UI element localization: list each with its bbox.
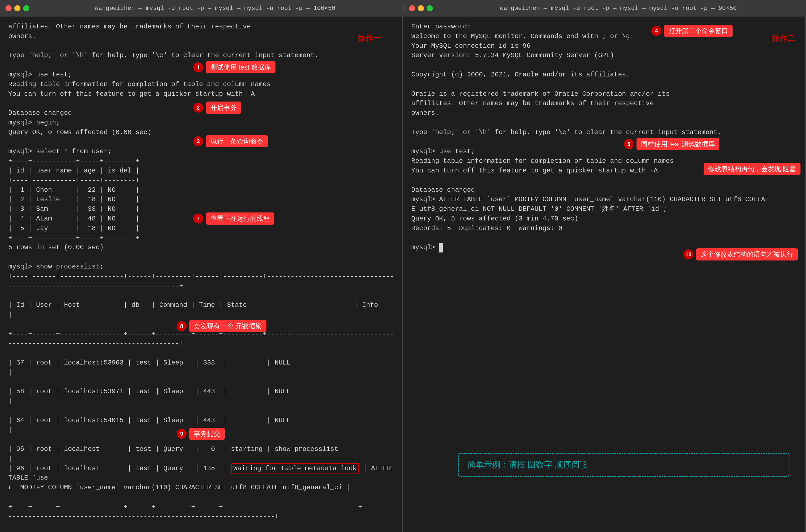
left-line-select: mysql> select * from user; <box>8 147 394 156</box>
left-line-proc-57: | 57 | root | localhost:53963 | test | S… <box>8 358 394 378</box>
left-line-row1: | 1 | Chon | 22 | NO | <box>8 186 394 195</box>
left-line-blank2 <box>8 137 394 147</box>
left-line-row3: | 3 | Sam | 38 | NO | <box>8 205 394 214</box>
right-blank1 <box>411 60 797 70</box>
left-line-table-header: | id | user_name | age | is_del | <box>8 166 394 176</box>
minimize-button[interactable] <box>14 5 20 11</box>
right-line-connid: Your MySQL connection id is 96 <box>411 41 797 51</box>
left-line-row5: | 5 | Jay | 18 | NO | <box>8 224 394 233</box>
left-line-1: affiliates. Other names may be trademark… <box>8 22 394 32</box>
waiting-for-lock-text: Waiting for table metadata lock <box>231 463 359 474</box>
left-line-blank5 <box>8 320 394 329</box>
left-line-reading: Reading table information for completion… <box>8 80 394 90</box>
left-line-table-div: +----+-----------+-----+--------+ <box>8 176 394 186</box>
right-line-oracle2: affiliates. Other names may be trademark… <box>411 99 797 109</box>
left-line-table-top: +----+-----------+-----+--------+ <box>8 156 394 166</box>
right-line-password: Enter password: <box>411 22 797 32</box>
right-line-records: Records: 5 Duplicates: 0 Warnings: 0 <box>411 224 797 233</box>
left-line-processlist: mysql> show processlist; <box>8 262 394 272</box>
left-line-begin: mysql> begin; <box>8 118 394 128</box>
left-line-blank9 <box>8 435 394 444</box>
left-line-blank6 <box>8 348 394 358</box>
left-line-proc-96b: r` MODIFY COLUMN `user_name` varchar(110… <box>8 483 394 493</box>
left-line-proc-div: +----+------+----------------+------+---… <box>8 329 394 349</box>
minimize-button-right[interactable] <box>418 5 424 11</box>
left-line-use: mysql> use test; <box>8 70 394 80</box>
right-line-dbchanged: Database changed <box>411 186 797 195</box>
left-line-2: owners. <box>8 32 394 41</box>
op-one-label: 操作一 <box>358 33 381 43</box>
right-blank3 <box>411 118 797 128</box>
left-line-table-bot: +----+-----------+-----+--------+ <box>8 233 394 243</box>
left-line-proc-64: | 64 | root | localhost:54015 | test | S… <box>8 416 394 435</box>
left-window-title: wangweichen — mysql -u root -p — mysql —… <box>33 5 397 12</box>
traffic-lights-right <box>409 5 433 11</box>
close-button-right[interactable] <box>409 5 415 11</box>
right-window-title: wangweichen — mysql -u root -p — mysql —… <box>436 5 801 12</box>
dashed-note: 简单示例：请按 圆数字 顺序阅读 <box>458 453 789 477</box>
right-line-use: mysql> use test; <box>411 147 797 156</box>
right-line-alter: mysql> ALTER TABLE `user` MODIFY COLUMN … <box>411 195 797 205</box>
left-line-proc-96: | 96 | root | localhost | test | Query |… <box>8 464 394 483</box>
annotation-10: 10 这个修改表结构的语句才被执行 <box>683 248 798 261</box>
right-blank5 <box>411 176 797 186</box>
right-blank2 <box>411 80 797 90</box>
left-line-blank1 <box>8 99 394 109</box>
left-line-proc-95: | 95 | root | localhost | test | Query |… <box>8 444 394 464</box>
right-line-alter2: E utf8_general_ci NOT NULL DEFAULT '0' C… <box>411 205 797 214</box>
left-line-4: Type 'help;' or '\h' for help. Type '\c'… <box>8 51 394 60</box>
right-terminal-wrapper: Enter password: Welcome to the MySQL mon… <box>403 17 806 532</box>
left-line-blank11 <box>8 521 394 531</box>
right-line-oracle1: Oracle is a registered trademark of Orac… <box>411 90 797 99</box>
right-blank6 <box>411 233 797 243</box>
right-line-copy: Copyright (c) 2000, 2021, Oracle and/or … <box>411 70 797 80</box>
right-line-version: Server version: 5.7.34 MySQL Community S… <box>411 51 797 60</box>
left-line-3 <box>8 41 394 51</box>
left-terminal[interactable]: affiliates. Other names may be trademark… <box>0 17 403 532</box>
left-line-blank8 <box>8 406 394 416</box>
op-two-label: 操作二 <box>772 33 795 43</box>
left-line-proc-header: | Id | User | Host | db | Command | Time… <box>8 301 394 320</box>
close-button[interactable] <box>5 5 12 11</box>
left-line-5rows2: 5 rows in set (0.00 sec) <box>8 531 394 532</box>
traffic-lights-left <box>5 5 29 11</box>
right-line-alterok: Query OK, 5 rows affected (3 min 4.70 se… <box>411 214 797 224</box>
left-line-dbchanged: Database changed <box>8 109 394 118</box>
left-line-blank7 <box>8 377 394 387</box>
annotation-label-6: 修改表结构语句，会发现 阻塞 <box>704 163 801 175</box>
left-line-row2: | 2 | Leslie | 18 | NO | <box>8 195 394 205</box>
right-line-welcome: Welcome to the MySQL monitor. Commands e… <box>411 32 797 41</box>
left-line-row4: | 4 | ALam | 48 | NO | <box>8 214 394 224</box>
left-line-proc-58: | 58 | root | localhost:53971 | test | S… <box>8 387 394 406</box>
left-line-blank4 <box>8 291 394 301</box>
left-line-5rows: 5 rows in set (0.00 sec) <box>8 243 394 252</box>
maximize-button[interactable] <box>23 5 29 11</box>
left-line-5 <box>8 60 394 70</box>
annotation-circle-10: 10 <box>683 249 693 259</box>
right-line-help: Type 'help;' or '\h' for help. Type '\c'… <box>411 128 797 137</box>
left-line-beginok: Query OK, 0 rows affected (0.00 sec) <box>8 128 394 137</box>
left-line-proc-bot: +----+------+----------------+------+---… <box>8 502 394 521</box>
right-blank4 <box>411 137 797 147</box>
maximize-button-right[interactable] <box>427 5 433 11</box>
left-line-blank3 <box>8 252 394 262</box>
annotation-label-10: 这个修改表结构的语句才被执行 <box>696 248 798 261</box>
left-line-proc-top: +----+------+----------------+------+---… <box>8 272 394 291</box>
left-terminal-wrapper: affiliates. Other names may be trademark… <box>0 17 403 532</box>
right-line-oracle3: owners. <box>411 109 797 118</box>
left-line-turnoff: You can turn off this feature to get a q… <box>8 90 394 99</box>
annotation-6: 修改表结构语句，会发现 阻塞 <box>704 163 801 175</box>
left-line-blank10 <box>8 493 394 502</box>
